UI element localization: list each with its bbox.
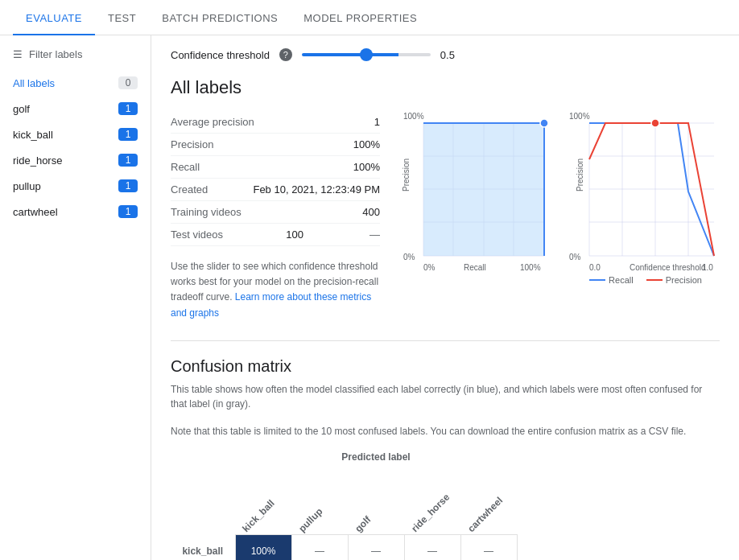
confusion-desc-line2: Note that this table is limited to the 1… <box>171 424 720 439</box>
svg-text:0%: 0% <box>569 253 581 261</box>
metrics-table: Average precision 1 Precision 100% Recal… <box>171 111 380 321</box>
sidebar-label: cartwheel <box>13 206 58 218</box>
svg-marker-17 <box>423 123 544 256</box>
conf-cell-0-2: — <box>348 535 404 560</box>
sidebar-badge: 1 <box>118 179 138 192</box>
tab-test[interactable]: TEST <box>95 2 149 35</box>
hint-text: Use the slider to see which confidence t… <box>171 259 380 321</box>
confusion-desc-line1: This table shows how often the model cla… <box>171 382 720 411</box>
metric-recall: Recall 100% <box>171 156 380 179</box>
confidence-chart: 100% 0% Precision 0.0 1.0 Confidence thr… <box>565 111 726 285</box>
main-content: Confidence threshold ? 0.5 All labels Av… <box>151 35 739 560</box>
svg-text:100%: 100% <box>569 112 590 121</box>
conf-cell-0-3: — <box>404 535 460 560</box>
metric-training-videos: Training videos 400 <box>171 201 380 224</box>
sidebar-item-ride-horse[interactable]: ride_horse 1 <box>0 147 151 173</box>
tab-evaluate[interactable]: EVALUATE <box>13 2 95 35</box>
sidebar-badge: 1 <box>118 205 138 218</box>
svg-point-34 <box>651 119 659 127</box>
help-icon[interactable]: ? <box>279 48 292 61</box>
conf-cell-0-1: — <box>291 535 348 560</box>
top-nav: EVALUATE TEST BATCH PREDICTIONS MODEL PR… <box>0 0 739 35</box>
sidebar-label: kick_ball <box>13 129 53 141</box>
metric-precision: Precision 100% <box>171 134 380 156</box>
sidebar-badge: 1 <box>118 128 138 141</box>
sidebar-item-pullup[interactable]: pullup 1 <box>0 173 151 199</box>
predicted-label-header: Predicted label <box>235 451 517 463</box>
sidebar-label: ride_horse <box>13 154 62 167</box>
svg-text:100%: 100% <box>520 263 541 272</box>
metric-created: Created Feb 10, 2021, 12:23:49 PM <box>171 179 380 201</box>
svg-text:Recall: Recall <box>464 263 486 272</box>
svg-text:0%: 0% <box>423 263 436 272</box>
conf-chart-svg: 100% 0% Precision 0.0 1.0 Confidence thr… <box>565 111 726 272</box>
recall-line <box>589 279 605 281</box>
sidebar-label: All labels <box>13 77 55 89</box>
charts-area: 100% 0% Precision 0% 100% Recall <box>399 111 726 285</box>
sidebar-item-kick-ball[interactable]: kick_ball 1 <box>0 121 151 147</box>
sidebar-badge: 1 <box>118 102 138 115</box>
main-layout: ☰ Filter labels All labels 0 golf 1 kick… <box>0 35 739 560</box>
threshold-slider[interactable] <box>302 53 431 56</box>
svg-text:0.0: 0.0 <box>589 263 601 272</box>
menu-icon: ☰ <box>13 48 23 60</box>
col-header-kick-ball: kick_ball <box>235 463 291 535</box>
section-title: All labels <box>171 77 720 98</box>
chart-legend: Recall Precision <box>589 275 702 285</box>
sidebar-label: golf <box>13 103 30 115</box>
col-header-golf: golf <box>348 463 404 535</box>
col-header-ride-horse: ride_horse <box>404 463 460 535</box>
section-divider <box>171 340 720 341</box>
confusion-matrix-section: Confusion matrix This table shows how of… <box>171 357 720 560</box>
conf-cell-0-0: 100% <box>235 535 291 560</box>
svg-text:Precision: Precision <box>576 159 584 191</box>
metrics-charts-row: Average precision 1 Precision 100% Recal… <box>171 111 720 321</box>
corner-spacer <box>171 463 235 535</box>
true-label-kick_ball: kick_ball <box>171 535 235 560</box>
metric-avg-precision: Average precision 1 <box>171 111 380 134</box>
tab-batch-predictions[interactable]: BATCH PREDICTIONS <box>149 2 291 35</box>
sidebar: ☰ Filter labels All labels 0 golf 1 kick… <box>0 35 151 560</box>
col-header-pullup: pullup <box>291 463 348 535</box>
precision-line <box>646 279 663 281</box>
threshold-value: 0.5 <box>440 49 464 61</box>
svg-text:Precision: Precision <box>402 159 411 191</box>
sidebar-label: pullup <box>13 180 41 192</box>
precision-recall-chart: 100% 0% Precision 0% 100% Recall <box>399 111 552 285</box>
sidebar-item-cartwheel[interactable]: cartwheel 1 <box>0 199 151 224</box>
sidebar-badge: 1 <box>118 154 138 167</box>
metric-test-videos: Test videos 100 — <box>171 224 380 246</box>
confusion-table-wrap: Predicted label kick_ball pullup gol <box>171 451 720 560</box>
sidebar-badge: 0 <box>118 76 138 89</box>
threshold-row: Confidence threshold ? 0.5 <box>171 48 720 61</box>
filter-labels-button[interactable]: ☰ Filter labels <box>0 45 151 70</box>
sidebar-item-all-labels[interactable]: All labels 0 <box>0 70 151 96</box>
threshold-label: Confidence threshold <box>171 49 270 61</box>
confusion-table: Predicted label kick_ball pullup gol <box>171 451 518 560</box>
pr-chart-svg: 100% 0% Precision 0% 100% Recall <box>399 111 552 272</box>
confusion-title: Confusion matrix <box>171 357 720 376</box>
conf-cell-0-4: — <box>460 535 517 560</box>
svg-text:0%: 0% <box>403 253 415 261</box>
tab-model-properties[interactable]: MODEL PROPERTIES <box>291 2 430 35</box>
recall-legend: Recall <box>589 275 634 285</box>
corner-cell <box>171 451 235 463</box>
precision-legend: Precision <box>646 275 702 285</box>
svg-text:100%: 100% <box>403 112 424 121</box>
col-header-cartwheel: cartwheel <box>460 463 517 535</box>
svg-point-18 <box>540 119 548 127</box>
svg-text:Confidence threshold: Confidence threshold <box>630 263 706 272</box>
sidebar-item-golf[interactable]: golf 1 <box>0 96 151 121</box>
filter-label: Filter labels <box>29 48 82 60</box>
